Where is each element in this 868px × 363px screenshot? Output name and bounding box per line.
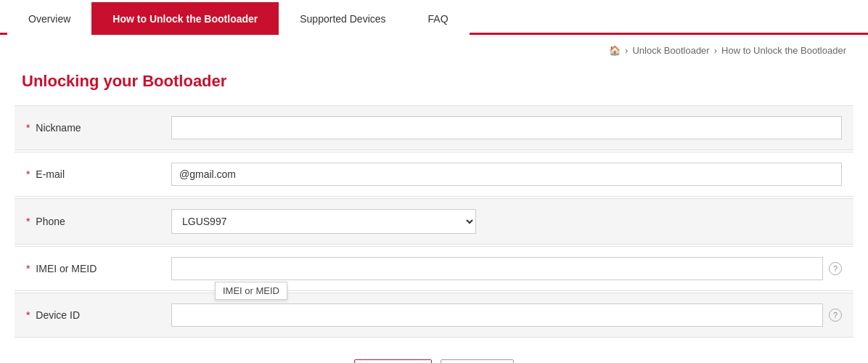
form-row-phone: * Phone LGUS997: [15, 198, 853, 245]
label-phone: * Phone: [26, 216, 171, 227]
required-star-device-id: *: [26, 309, 30, 321]
page-title: Unlocking your Bootloader: [0, 60, 868, 105]
form-row-nickname: * Nickname: [15, 105, 853, 150]
cancel-button[interactable]: Cancel: [441, 359, 515, 363]
breadcrumb-sep1: ›: [625, 45, 628, 56]
button-row: Confirm Cancel: [0, 339, 868, 363]
home-icon[interactable]: 🏠: [609, 45, 621, 56]
help-icon-device-id[interactable]: ?: [829, 309, 842, 322]
breadcrumb: 🏠 › Unlock Bootloader › How to Unlock th…: [0, 35, 868, 60]
tab-supported-devices[interactable]: Supported Devices: [279, 2, 406, 35]
tooltip-imei: IMEI or MEID: [215, 282, 287, 300]
label-imei: * IMEI or MEID: [26, 263, 171, 274]
input-email[interactable]: [171, 163, 842, 186]
device-id-input-wrap: ?: [171, 303, 842, 327]
form-row-device-id: * Device ID ?: [15, 293, 853, 338]
form-row-imei: * IMEI or MEID ? IMEI or MEID: [15, 246, 853, 291]
label-email: * E-mail: [26, 168, 171, 180]
label-device-id: * Device ID: [26, 309, 171, 321]
breadcrumb-unlock[interactable]: Unlock Bootloader: [632, 45, 709, 56]
input-nickname[interactable]: [171, 116, 842, 139]
form-row-email: * E-mail: [15, 152, 853, 197]
required-star-nickname: *: [26, 122, 30, 134]
select-phone[interactable]: LGUS997: [171, 209, 476, 234]
input-imei[interactable]: [171, 257, 823, 280]
required-star-phone: *: [26, 216, 30, 227]
input-device-id[interactable]: [171, 303, 823, 327]
tab-how-to[interactable]: How to Unlock the Bootloader: [91, 2, 279, 35]
imei-input-wrap: ? IMEI or MEID: [171, 257, 842, 280]
tabs-bar: Overview How to Unlock the Bootloader Su…: [0, 0, 868, 35]
confirm-button[interactable]: Confirm: [354, 359, 432, 363]
help-icon-imei[interactable]: ?: [829, 262, 842, 275]
label-nickname: * Nickname: [26, 122, 171, 134]
breadcrumb-sep2: ›: [714, 45, 717, 56]
required-star-email: *: [26, 168, 30, 180]
form-container: * Nickname * E-mail * Phone LGUS997 * IM…: [0, 105, 868, 338]
required-star-imei: *: [26, 263, 30, 274]
tab-overview[interactable]: Overview: [7, 2, 91, 35]
breadcrumb-current: How to Unlock the Bootloader: [721, 45, 846, 56]
tab-faq[interactable]: FAQ: [407, 2, 470, 35]
